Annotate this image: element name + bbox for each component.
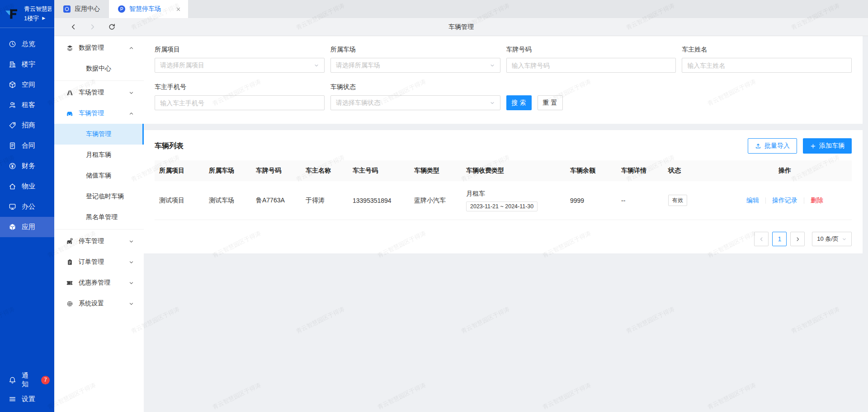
menu-group-order-management[interactable]: 订单管理 bbox=[54, 252, 144, 272]
building-selector-label: 1楼宇 bbox=[24, 14, 39, 23]
prev-page-button[interactable] bbox=[754, 232, 769, 246]
next-page-button[interactable] bbox=[790, 232, 805, 246]
sidebar-item-space[interactable]: 空间 bbox=[0, 75, 54, 95]
clipboard-icon bbox=[66, 258, 73, 266]
divider bbox=[765, 197, 766, 204]
cell-actions: 编辑 操作记录 删除 bbox=[718, 197, 852, 205]
parking-app-icon bbox=[118, 5, 125, 13]
page-number[interactable]: 1 bbox=[772, 232, 787, 246]
sidebar-item-label: 财务 bbox=[22, 162, 35, 170]
sidebar-item-settings[interactable]: 设置 bbox=[0, 389, 54, 408]
menu-group-label: 车辆管理 bbox=[79, 109, 104, 117]
menu-group-parking-management[interactable]: 停车管理 bbox=[54, 231, 144, 252]
select-placeholder: 请选择车辆状态 bbox=[336, 99, 380, 107]
tab-bar: 应用中心 智慧停车场 bbox=[54, 0, 868, 18]
sidebar-item-label: 租客 bbox=[22, 101, 35, 109]
cell-fee-type: 月租车 2023-11-21 ~ 2024-11-30 bbox=[462, 190, 566, 211]
select-placeholder: 请选择所属车场 bbox=[336, 61, 380, 70]
cell-owner: 于得涛 bbox=[301, 197, 348, 205]
sidebar-item-buildings[interactable]: 楼宇 bbox=[0, 54, 54, 75]
expand-arrow-icon[interactable]: ▶ bbox=[42, 16, 45, 20]
tab-app-center[interactable]: 应用中心 bbox=[54, 0, 109, 18]
menu-group-data-management[interactable]: 数据管理 bbox=[54, 37, 144, 58]
column-header: 车辆详情 bbox=[617, 167, 664, 175]
sidebar-item-office[interactable]: 办公 bbox=[0, 197, 54, 217]
edit-link[interactable]: 编辑 bbox=[746, 197, 759, 205]
menu-lines-icon bbox=[8, 395, 16, 403]
cell-lot: 测试车场 bbox=[204, 197, 251, 205]
owner-phone-input[interactable] bbox=[155, 95, 325, 110]
operation-log-link[interactable]: 操作记录 bbox=[772, 197, 797, 205]
primary-nav-bottom: 通知 7 设置 bbox=[0, 370, 54, 412]
batch-import-button[interactable]: 批量导入 bbox=[748, 138, 797, 154]
menu-item-label: 月租车辆 bbox=[86, 151, 111, 159]
column-header: 车辆收费类型 bbox=[462, 167, 566, 175]
cell-project: 测试项目 bbox=[155, 197, 204, 205]
primary-sidebar: 青云智慧园区 1楼宇 ▶ 总览 楼宇 空间 租客 bbox=[0, 0, 54, 412]
column-header: 车牌号码 bbox=[251, 167, 301, 175]
menu-group-label: 车场管理 bbox=[79, 89, 104, 97]
monitor-icon bbox=[8, 203, 16, 211]
cell-balance: 9999 bbox=[566, 197, 617, 204]
menu-item-data-center[interactable]: 数据中心 bbox=[54, 58, 144, 79]
tab-smart-parking[interactable]: 智慧停车场 bbox=[109, 0, 188, 18]
sidebar-item-label: 物业 bbox=[22, 182, 35, 191]
menu-group-system-settings[interactable]: 系统设置 bbox=[54, 293, 144, 314]
delete-link[interactable]: 删除 bbox=[811, 197, 823, 205]
column-header: 状态 bbox=[664, 167, 718, 175]
parking-car-icon bbox=[66, 238, 73, 245]
cube-icon bbox=[8, 81, 16, 89]
sidebar-item-label: 楼宇 bbox=[22, 60, 35, 69]
primary-nav: 总览 楼宇 空间 租客 招商 合同 bbox=[0, 28, 54, 237]
tab-label: 应用中心 bbox=[75, 5, 100, 13]
page-size-select[interactable]: 10 条/页 bbox=[812, 232, 852, 246]
menu-item-monthly-vehicles[interactable]: 月租车辆 bbox=[54, 145, 144, 165]
menu-item-temp-vehicles[interactable]: 登记临时车辆 bbox=[54, 186, 144, 207]
column-header: 所属项目 bbox=[155, 167, 204, 175]
chevron-down-icon bbox=[129, 260, 134, 265]
chevron-down-icon bbox=[129, 281, 134, 286]
reset-button[interactable]: 重 置 bbox=[538, 95, 563, 110]
tab-label: 智慧停车场 bbox=[129, 5, 161, 13]
brand[interactable]: 青云智慧园区 1楼宇 ▶ bbox=[0, 0, 54, 28]
owner-name-input[interactable] bbox=[682, 58, 852, 73]
cell-detail: -- bbox=[617, 197, 664, 204]
filter-label-owner: 车主姓名 bbox=[682, 46, 852, 54]
sidebar-item-finance[interactable]: 财务 bbox=[0, 156, 54, 176]
menu-item-stored-value-vehicles[interactable]: 储值车辆 bbox=[54, 165, 144, 186]
filter-panel: 所属项目 请选择所属项目 所属车场 请选择所属车场 bbox=[144, 36, 863, 124]
sidebar-item-label: 设置 bbox=[22, 395, 35, 403]
menu-group-lot-management[interactable]: 车场管理 bbox=[54, 82, 144, 103]
divider bbox=[54, 80, 144, 81]
sidebar-item-tenants[interactable]: 租客 bbox=[0, 95, 54, 115]
column-header: 操作 bbox=[718, 167, 852, 175]
menu-item-blacklist[interactable]: 黑名单管理 bbox=[54, 207, 144, 228]
back-icon[interactable] bbox=[70, 23, 77, 30]
add-vehicle-button[interactable]: 添加车辆 bbox=[803, 138, 852, 154]
plate-input[interactable] bbox=[506, 58, 676, 73]
secondary-sidebar: 数据管理 数据中心 车场管理 车辆管理 车辆 bbox=[54, 36, 144, 412]
sidebar-item-contracts[interactable]: 合同 bbox=[0, 136, 54, 156]
lot-select[interactable]: 请选择所属车场 bbox=[330, 58, 500, 73]
sidebar-item-overview[interactable]: 总览 bbox=[0, 34, 54, 54]
menu-item-vehicle-management[interactable]: 车辆管理 bbox=[54, 124, 144, 145]
refresh-icon[interactable] bbox=[108, 23, 116, 31]
menu-group-coupon-management[interactable]: 优惠券管理 bbox=[54, 272, 144, 293]
search-button[interactable]: 搜 索 bbox=[506, 95, 532, 110]
document-icon bbox=[8, 142, 16, 150]
menu-group-vehicle-management[interactable]: 车辆管理 bbox=[54, 103, 144, 124]
cell-plate: 鲁A7763A bbox=[251, 197, 301, 205]
forward-icon[interactable] bbox=[89, 23, 96, 30]
column-header: 车辆类型 bbox=[410, 167, 462, 175]
vehicle-status-select[interactable]: 请选择车辆状态 bbox=[330, 95, 500, 110]
sidebar-item-investment[interactable]: 招商 bbox=[0, 115, 54, 136]
sidebar-item-notifications[interactable]: 通知 7 bbox=[0, 370, 54, 389]
sidebar-item-apps[interactable]: 应用 bbox=[0, 217, 54, 237]
sidebar-item-property[interactable]: 物业 bbox=[0, 176, 54, 197]
logo bbox=[5, 7, 22, 21]
select-placeholder: 请选择所属项目 bbox=[160, 61, 204, 70]
close-icon[interactable] bbox=[176, 7, 181, 12]
tag-icon bbox=[8, 122, 16, 130]
project-select[interactable]: 请选择所属项目 bbox=[155, 58, 325, 73]
app-window: 青云智慧园区 1楼宇 ▶ 总览 楼宇 空间 租客 bbox=[0, 0, 868, 412]
